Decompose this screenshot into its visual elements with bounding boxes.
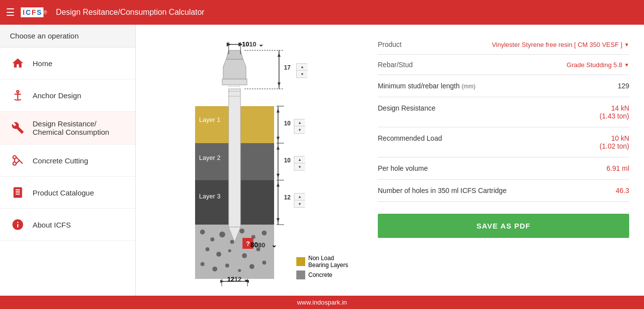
dim-layer3-value: 12 xyxy=(284,194,290,201)
logo-letter-i: I xyxy=(23,8,25,16)
chevron-down-icon-2: ⌄ xyxy=(271,241,277,249)
dim-17-down[interactable]: ▼ xyxy=(297,71,308,77)
dim-layer1-down[interactable]: ▼ xyxy=(294,126,305,133)
dim-layer2-value: 10 xyxy=(284,157,290,164)
sidebar-label-home: Home xyxy=(33,59,52,68)
dim-17-spinner[interactable]: ▲ ▼ xyxy=(296,63,307,78)
design-resistance-row: Design Resistance 14 kN(1.43 ton) xyxy=(378,97,629,127)
design-resistance-label: Design Resistance xyxy=(378,104,600,112)
sidebar-item-concrete-cutting[interactable]: Concrete Cutting xyxy=(0,145,135,177)
sidebar-label-design-resistance: Design Resistance/ Chemical Consumption xyxy=(33,119,125,136)
product-label: Product xyxy=(378,40,402,48)
save-pdf-button[interactable]: SAVE AS PDF xyxy=(378,214,629,238)
logo-registered: ® xyxy=(43,10,47,15)
dim-layer1-up[interactable]: ▲ xyxy=(294,119,305,126)
layer2-label: Layer 2 xyxy=(199,154,220,161)
svg-point-20 xyxy=(216,252,221,257)
main-layout: Choose an operation Home Anchor Design D… xyxy=(0,25,644,296)
logo-letter-c: C xyxy=(26,8,31,16)
recommended-load-row: Recommended Load 10 kN(1.02 ton) xyxy=(378,127,629,157)
num-holes-row: Number of holes in 350 ml ICFS Cartridge… xyxy=(378,180,629,202)
bottom-dimension-dropdown[interactable]: 12 12101416 ⌄ xyxy=(227,275,249,283)
min-stud-label: Minimum stud/rebar length (mm) xyxy=(378,82,618,90)
bottom-dim-select[interactable]: 12101416 xyxy=(234,275,243,283)
logo-letter-f: F xyxy=(32,8,36,16)
menu-icon[interactable]: ☰ xyxy=(6,6,15,18)
sidebar-item-product-catalogue[interactable]: Product Catalogue xyxy=(0,177,135,209)
sidebar-item-about-icfs[interactable]: About ICFS xyxy=(0,209,135,241)
layer1-label: Layer 1 xyxy=(199,116,220,123)
per-hole-value: 6.91 ml xyxy=(606,164,629,172)
svg-marker-57 xyxy=(277,218,280,222)
dim-layer1-spinner[interactable]: ▲ ▼ xyxy=(294,119,305,134)
recommended-load-label: Recommended Load xyxy=(378,134,600,142)
legend-concrete-box xyxy=(296,270,305,279)
sidebar-item-anchor-design[interactable]: Anchor Design xyxy=(0,79,135,112)
depth-dimension-dropdown[interactable]: 80 8060100120 ⌄ xyxy=(250,241,277,249)
sidebar: Choose an operation Home Anchor Design D… xyxy=(0,25,136,296)
anchor-diagram xyxy=(146,30,353,291)
svg-point-28 xyxy=(249,264,254,269)
sidebar-label-about-icfs: About ICFS xyxy=(33,221,71,229)
diagram-area: 10 1081216 ⌄ 17 ▲ ▼ Layer 1 Layer 2 xyxy=(136,25,363,296)
top-dimension-dropdown[interactable]: 10 1081216 ⌄ xyxy=(242,40,264,48)
logo: I C F S ® xyxy=(21,7,47,17)
svg-point-26 xyxy=(225,264,229,268)
svg-marker-47 xyxy=(277,109,280,113)
logo-letter-s: S xyxy=(37,8,41,16)
chevron-down-icon-3: ⌄ xyxy=(243,275,249,283)
dim-layer3-spinner[interactable]: ▲ ▼ xyxy=(294,193,305,208)
top-dim-select[interactable]: 1081216 xyxy=(249,40,258,48)
diagram-container: 10 1081216 ⌄ 17 ▲ ▼ Layer 1 Layer 2 xyxy=(146,30,353,296)
dim-layer2-spinner[interactable]: ▲ ▼ xyxy=(294,156,305,171)
svg-marker-45 xyxy=(278,82,281,86)
info-icon xyxy=(10,217,26,232)
app-header: ☰ I C F S ® Design Resitance/Consumption… xyxy=(0,0,644,25)
rebar-value-dropdown[interactable]: Grade Studding 5.8 ▼ xyxy=(566,61,629,69)
sidebar-item-home[interactable]: Home xyxy=(0,47,135,79)
design-resistance-value: 14 kN(1.43 ton) xyxy=(600,104,629,120)
legend-non-load-box xyxy=(296,257,305,266)
svg-marker-60 xyxy=(220,280,224,283)
per-hole-row: Per hole volume 6.91 ml xyxy=(378,157,629,180)
svg-point-16 xyxy=(240,229,244,233)
dim-layer2-up[interactable]: ▲ xyxy=(294,156,305,163)
svg-point-19 xyxy=(205,247,209,251)
legend-concrete: Concrete xyxy=(296,270,348,279)
cutting-icon xyxy=(10,153,26,168)
min-stud-row: Minimum stud/rebar length (mm) 129 xyxy=(378,75,629,97)
svg-point-3 xyxy=(13,162,16,165)
sidebar-label-anchor-design: Anchor Design xyxy=(33,91,81,100)
svg-point-0 xyxy=(17,90,19,92)
rebar-label: Rebar/Stud xyxy=(378,61,413,69)
svg-point-22 xyxy=(242,253,247,258)
svg-line-7 xyxy=(16,160,20,164)
sidebar-item-design-resistance[interactable]: Design Resistance/ Chemical Consumption xyxy=(0,112,135,145)
product-dropdown-arrow: ▼ xyxy=(624,42,629,47)
dim-layer2-down[interactable]: ▼ xyxy=(294,163,305,170)
svg-point-4 xyxy=(13,155,16,159)
product-value-dropdown[interactable]: Vinylester Styrene free resin [ CM 350 V… xyxy=(492,41,629,48)
svg-point-15 xyxy=(230,240,234,244)
dim-layer1-value: 10 xyxy=(284,120,290,127)
dim-layer3-down[interactable]: ▼ xyxy=(294,200,305,207)
per-hole-label: Per hole volume xyxy=(378,164,606,172)
svg-rect-30 xyxy=(229,89,241,227)
svg-point-14 xyxy=(219,232,225,237)
product-row: Product Vinylester Styrene free resin [ … xyxy=(378,35,629,55)
legend-concrete-label: Concrete xyxy=(308,271,332,278)
dim-layer3-up[interactable]: ▲ xyxy=(294,193,305,200)
rebar-row: Rebar/Stud Grade Studding 5.8 ▼ xyxy=(378,55,629,75)
sidebar-label-concrete-cutting: Concrete Cutting xyxy=(33,156,88,165)
svg-marker-56 xyxy=(277,183,280,187)
svg-point-12 xyxy=(200,230,205,234)
rebar-value-text: Grade Studding 5.8 xyxy=(566,61,622,69)
depth-dim-select[interactable]: 8060100120 xyxy=(258,241,271,249)
svg-point-18 xyxy=(262,231,267,235)
catalogue-icon xyxy=(10,185,26,200)
wrench-icon xyxy=(10,120,26,136)
sidebar-header: Choose an operation xyxy=(0,25,135,47)
home-icon xyxy=(10,55,26,71)
svg-marker-52 xyxy=(277,146,280,150)
dim-17-up[interactable]: ▲ xyxy=(297,64,308,71)
